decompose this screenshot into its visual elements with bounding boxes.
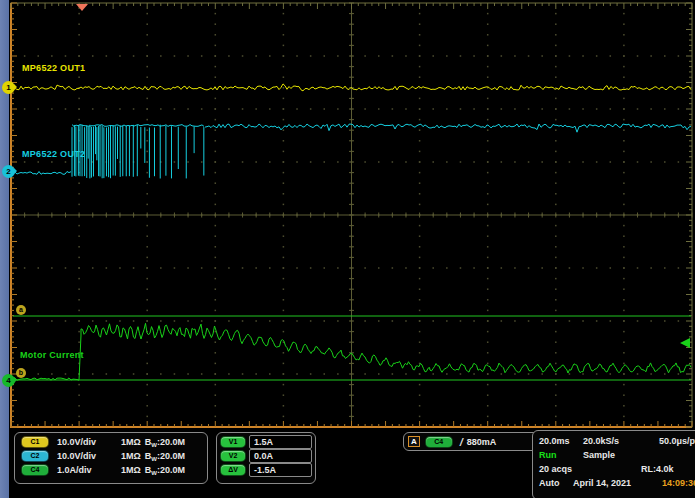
date: April 14, 2021 <box>573 478 631 488</box>
screen-bezel-left <box>0 0 9 498</box>
record-length: RL:4.0k <box>641 464 674 474</box>
cursor-b-marker[interactable]: b <box>16 368 26 378</box>
ch1-trace-label: MP6522 OUT1 <box>22 63 85 73</box>
ch4-scale: 1.0A/div <box>57 465 113 475</box>
cursor-row-v2: V2 0.0A <box>220 449 312 463</box>
trigger-mode-badge[interactable]: A <box>408 436 420 447</box>
acquisition-box[interactable]: 20.0ms 20.0kS/s 50.0μs/pt Run Sample 20 … <box>532 430 695 498</box>
ch2-bandwidth: BW:20.0M <box>145 451 185 462</box>
timebase-scale: 20.0ms <box>539 436 583 446</box>
timebase-row: 20.0ms 20.0kS/s 50.0μs/pt <box>539 434 695 448</box>
ch2-badge[interactable]: C2 <box>21 450 49 462</box>
ch1-badge[interactable]: C1 <box>21 436 49 448</box>
ch4-badge[interactable]: C4 <box>21 464 49 476</box>
channel-row-c4[interactable]: C4 1.0A/div 1MΩ BW:20.0M <box>15 463 207 477</box>
v1-badge[interactable]: V1 <box>220 436 246 448</box>
cursor-row-v1: V1 1.5A <box>220 435 312 449</box>
acq-state-row: Run Sample <box>539 448 695 462</box>
cursor-a-marker[interactable]: a <box>16 305 26 315</box>
ch4-position-marker[interactable]: 4 <box>2 374 15 387</box>
ch1-bandwidth: BW:20.0M <box>145 437 185 448</box>
ch2-trace-baseline <box>13 172 71 175</box>
acq-mode: Sample <box>583 450 641 460</box>
ch2-trace-label: MP6522 OUT2 <box>22 149 85 159</box>
sample-resolution: 50.0μs/pt <box>641 436 695 446</box>
ch1-impedance: 1MΩ <box>121 437 141 447</box>
ch4-trace-label: Motor Current <box>20 350 84 360</box>
trigger-level-arrow[interactable] <box>680 338 690 348</box>
run-state: Run <box>539 450 583 460</box>
dv-badge[interactable]: ΔV <box>220 464 246 476</box>
channel-row-c2[interactable]: C2 10.0V/div 1MΩ BW:20.0M <box>15 449 207 463</box>
acq-count: 20 acqs <box>539 464 641 474</box>
ch1-scale: 10.0V/div <box>57 437 113 447</box>
channel-settings-box[interactable]: C1 10.0V/div 1MΩ BW:20.0M C2 10.0V/div 1… <box>14 432 208 484</box>
cursor-row-dv: ΔV -1.5A <box>220 463 312 477</box>
ch4-impedance: 1MΩ <box>121 465 141 475</box>
trigger-source-badge[interactable]: C4 <box>425 436 453 448</box>
v2-badge[interactable]: V2 <box>220 450 246 462</box>
date-row: Auto April 14, 2021 14:09:36 <box>539 476 695 490</box>
graticule-and-traces <box>0 0 695 498</box>
channel-row-c1[interactable]: C1 10.0V/div 1MΩ BW:20.0M <box>15 435 207 449</box>
acq-count-row: 20 acqs RL:4.0k <box>539 462 695 476</box>
ch2-impedance: 1MΩ <box>121 451 141 461</box>
ch2-trace-high <box>205 124 691 132</box>
ch2-scale: 10.0V/div <box>57 451 113 461</box>
sample-rate: 20.0kS/s <box>583 436 641 446</box>
trigger-level: 880mA <box>467 437 497 447</box>
v1-value: 1.5A <box>249 435 312 449</box>
ch4-bandwidth: BW:20.0M <box>145 465 185 476</box>
ch2-trace-burst <box>72 125 204 179</box>
trigger-slope-icon: / <box>460 436 463 448</box>
trigger-position-marker[interactable] <box>76 4 88 11</box>
oscilloscope-screen: MP6522 OUT1 MP6522 OUT2 Motor Current 1 … <box>0 0 695 498</box>
time: 14:09:36 <box>631 478 695 488</box>
v2-value: 0.0A <box>249 449 312 463</box>
trigger-mode: Auto <box>539 478 573 488</box>
ch2-trace-burst-top <box>72 125 204 127</box>
ch1-position-marker[interactable]: 1 <box>2 81 15 94</box>
cursor-readout-box[interactable]: V1 1.5A V2 0.0A ΔV -1.5A <box>216 432 316 484</box>
ch2-position-marker[interactable]: 2 <box>2 165 15 178</box>
graticule-grid <box>10 3 692 427</box>
trigger-readout-box[interactable]: A C4 / 880mA <box>403 432 547 451</box>
dv-value: -1.5A <box>249 463 312 477</box>
